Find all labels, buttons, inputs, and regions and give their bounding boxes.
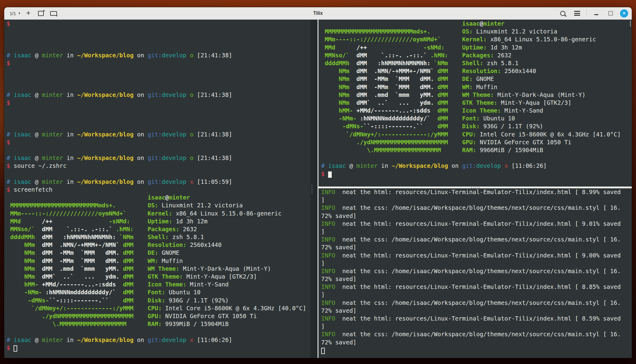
text-segment: in <box>67 52 77 59</box>
text-segment: ] <box>321 196 325 203</box>
text-segment: neat the html: resources/Linux-Terminal-… <box>335 315 621 322</box>
text-segment: ~/Workspace/blog <box>77 52 137 59</box>
close-button[interactable]: × <box>620 9 628 18</box>
text-segment: NMm <box>7 257 42 264</box>
text-segment: GTK Theme: <box>148 273 183 280</box>
text-segment: ``-::::-------.`` <box>49 297 123 304</box>
text-segment: $ <box>7 60 10 67</box>
terminal-line: 72% saved] <box>321 244 632 251</box>
spacer <box>448 91 462 98</box>
add-terminal-right-button[interactable]: + <box>36 9 46 18</box>
minimize-button[interactable] <box>591 9 601 18</box>
text-segment: x86_64 Linux 5.15.0-86-generic <box>487 36 596 43</box>
text-segment: isaac <box>148 194 165 201</box>
new-session-button[interactable]: + <box>23 9 34 18</box>
text-segment: +MMd/-------...-:sdds <box>42 281 123 288</box>
terminal-pane-left[interactable]: $ # isaac @ minter in ~/Workspace/blog o… <box>4 20 313 358</box>
terminal-line: NMm dMM .mmd `mmm yMM. dMM WM Theme: Min… <box>321 91 632 99</box>
spacer <box>126 321 148 327</box>
text-segment: INFO <box>321 204 335 211</box>
divider-drag-handle[interactable] <box>471 187 480 188</box>
text-segment: 2632 <box>179 226 197 233</box>
spacer <box>448 75 462 82</box>
search-icon <box>560 11 565 16</box>
text-segment: RAM: <box>462 147 476 154</box>
text-segment: minter <box>42 337 67 343</box>
text-segment: hMM- <box>321 107 356 114</box>
terminal-line: MMm----::-://////////////oymNMd+` Kernel… <box>7 210 313 218</box>
vertical-pane-divider[interactable] <box>310 20 318 358</box>
text-segment: hMM- <box>7 281 42 288</box>
text-segment: GNOME <box>473 75 494 82</box>
terminal-pane-bottom-right[interactable]: INFO neat the html: resources/Linux-Term… <box>318 188 632 358</box>
divider-drag-handle[interactable] <box>312 185 312 194</box>
spacer <box>133 226 148 233</box>
text-segment: in <box>67 178 77 185</box>
text-segment: Shell: <box>462 60 483 67</box>
text-segment: WM Theme: <box>148 265 179 272</box>
text-segment: RAM: <box>148 321 162 327</box>
menu-button[interactable] <box>572 9 582 18</box>
spacer <box>448 68 462 75</box>
text-segment: ~/Workspace/blog <box>77 131 137 138</box>
terminal-line <box>7 115 313 123</box>
spacer <box>130 218 148 225</box>
text-segment: # <box>7 91 14 98</box>
text-segment: on <box>137 155 148 161</box>
terminal-line: $ <box>7 20 313 28</box>
session-pager-dropdown[interactable]: 1/1 ▼ <box>10 11 21 16</box>
text-segment: develop <box>162 91 190 98</box>
text-segment: -dMNs- <box>7 297 49 304</box>
titlebar[interactable]: 1/1 ▼ + + + Tilix <box>4 7 632 20</box>
terminal-line: MMNso/` dMM `.::-. .-::.` .hMN: Packages… <box>321 52 632 59</box>
text-segment: ~/Workspace/blog <box>77 155 137 161</box>
terminal-pane-top-right[interactable]: isaac@minter MMMMMMMMMMMMMMMMMMMMMMMMMmd… <box>318 20 632 187</box>
text-segment: isaac <box>14 155 35 161</box>
text-segment: dMM .NMN/-+MMM+-/NMN` <box>42 241 123 248</box>
text-segment: neat the css: /home/isaac/Workspace/blog… <box>335 331 621 338</box>
add-terminal-down-button[interactable]: + <box>49 9 59 18</box>
text-segment: Mint-Y-Sand <box>501 107 543 114</box>
text-segment: develop <box>162 178 190 185</box>
text-segment: /++ <box>356 44 423 51</box>
text-segment: 936G / 1.1T (92%) <box>165 297 229 304</box>
text-segment: MMNso/` <box>321 52 356 59</box>
terminal-line: # isaac @ minter in ~/Workspace/blog on … <box>7 178 313 186</box>
maximize-button[interactable] <box>606 9 616 18</box>
text-segment: $ <box>321 171 328 177</box>
text-segment: 936G / 1.1T (92%) <box>480 123 543 130</box>
text-segment: on <box>137 91 148 98</box>
search-button[interactable] <box>558 9 568 18</box>
text-segment: neat the css: /home/isaac/Workspace/blog… <box>335 268 621 275</box>
terminal-line: NMm dMM -MMm `MMM dMM. dMM WM: Muffin <box>321 83 632 91</box>
terminal-line: ddddMMh dMM :hNMNMNhNMNMNh: `NMm Shell: … <box>7 233 313 241</box>
text-segment: dMM :hNMNMNhNMNMNh: <box>42 234 120 241</box>
text-segment: INFO <box>321 299 335 306</box>
text-segment: -dMNs- <box>321 123 363 130</box>
text-segment: 1d 3h 12m <box>172 218 208 225</box>
text-segment: # <box>7 131 14 138</box>
text-segment: Kernel: <box>148 210 172 217</box>
text-segment: minter <box>42 178 67 185</box>
text-segment: 72% saved] <box>321 244 356 251</box>
text-segment: on <box>137 337 148 343</box>
text-segment: WM: <box>148 257 158 264</box>
terminal-line: # isaac @ minter in ~/Workspace/blog on … <box>7 131 313 139</box>
plus-icon: + <box>26 9 30 17</box>
terminal-area: $ # isaac @ minter in ~/Workspace/blog o… <box>4 20 632 358</box>
text-segment: neat the html: resources/Linux-Terminal-… <box>335 220 621 227</box>
text-segment: 2632 <box>494 52 511 59</box>
terminal-line: 72% saved] <box>321 275 632 283</box>
text-segment: on <box>452 162 462 169</box>
text-segment: x <box>190 178 197 185</box>
text-segment: DE: <box>148 249 158 256</box>
scrollbar-thumb[interactable] <box>630 21 631 27</box>
spacer <box>448 131 462 138</box>
text-segment: 1d 3h 12m <box>487 44 522 51</box>
text-segment: :hNMNNNmdddddddddy/` <box>45 289 123 296</box>
text-segment: INFO <box>321 331 335 338</box>
text-segment: isaac <box>14 52 35 59</box>
tilix-window: 1/1 ▼ + + + Tilix <box>4 7 632 358</box>
spacer <box>133 265 148 272</box>
text-segment: source ~/.zshrc <box>14 162 66 169</box>
